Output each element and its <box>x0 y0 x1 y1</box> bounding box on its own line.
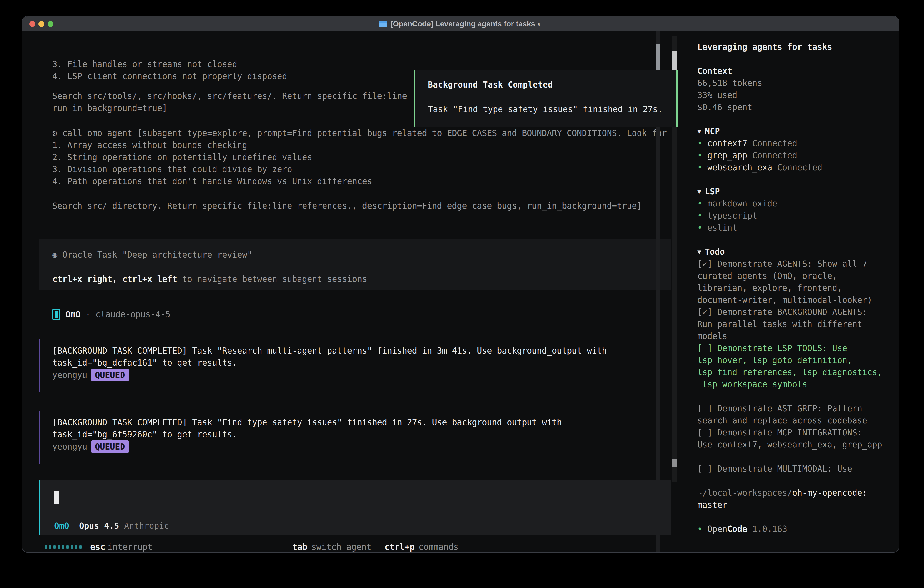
lsp-server-row: • typescript <box>697 210 894 222</box>
todo-section-heading[interactable]: ▼Todo <box>697 246 894 258</box>
gap <box>375 541 380 553</box>
input-meta-row: OmO Opus 4.5 Anthropic <box>54 520 169 532</box>
text-line: [ ] Demonstrate AST-GREP: Pattern <box>697 403 894 415</box>
app-name-code: Code <box>727 524 747 534</box>
session-sidebar: Leveraging agents for tasks Context 66,5… <box>697 31 894 553</box>
close-button[interactable] <box>29 21 35 27</box>
text-line: 4. LSP client connections not properly d… <box>52 70 287 82</box>
lsp-section: ▼LSP • markdown-oxide • typescript • esl… <box>697 185 894 234</box>
text-line: 3. File handles or streams not closed <box>52 58 287 70</box>
context-tokens: 66,518 tokens <box>697 77 894 89</box>
window-title-group: [OpenCode] Leveraging agents for tasks ◐ <box>379 20 541 28</box>
text-line: 2. String operations on potentially unde… <box>52 151 673 163</box>
minimize-button[interactable] <box>38 21 45 27</box>
session-title: Leveraging agents for tasks <box>697 41 894 53</box>
mcp-section-heading[interactable]: ▼MCP <box>697 125 894 137</box>
task-message-line1: [BACKGROUND TASK COMPLETED] Task "Find t… <box>52 416 671 428</box>
mcp-server-name: context7 <box>707 139 747 148</box>
tab-key-hint: tab <box>292 541 307 553</box>
task-message-line2: task_id="bg_dcfac161" to get results. <box>52 357 671 369</box>
background-task-message: [BACKGROUND TASK COMPLETED] Task "Resear… <box>39 339 671 392</box>
workspace-repo: oh-my-opencode: <box>792 488 867 498</box>
green-dot-icon: • <box>697 524 707 534</box>
mcp-server-status: Connected <box>747 139 797 148</box>
tab-key-label: switch agent <box>312 541 371 553</box>
todo-section: ▼Todo [✓] Demonstrate AGENTS: Show all 7… <box>697 246 894 475</box>
green-dot-icon: • <box>697 211 707 221</box>
lsp-server-name: eslint <box>707 223 738 233</box>
gear-icon: ⚙ <box>52 128 57 138</box>
lsp-server-name: markdown-oxide <box>707 199 777 208</box>
background-task-message: [BACKGROUND TASK COMPLETED] Task "Find t… <box>39 411 671 464</box>
text-line: [ ] Demonstrate LSP TOOLS: Use <box>697 342 894 354</box>
status-badge: QUEUED <box>91 369 129 381</box>
mcp-server-name: grep_app <box>707 150 747 160</box>
text-line: Search src/tools/, src/hooks/, src/featu… <box>52 90 407 102</box>
oracle-task-title: ◉ Oracle Task "Deep architecture review" <box>52 249 671 261</box>
traffic-lights <box>29 17 53 31</box>
toast-notification: Background Task Completed Task "Find typ… <box>414 69 678 127</box>
tool-call-header: ⚙ call_omo_agent [subagent_type=explore,… <box>52 127 673 139</box>
oracle-task-title-text: Oracle Task "Deep architecture review" <box>62 250 252 260</box>
text-line: lsp_workspace_symbols <box>697 378 894 390</box>
mcp-server-name: websearch_exa <box>707 163 772 172</box>
status-right-group: tabswitch agent ctrl+pcommands <box>292 541 459 553</box>
context-used: 33% used <box>697 89 894 101</box>
chevron-down-icon: ▼ <box>697 127 701 135</box>
text-line: Use context7, websearch_exa, grep_app <box>697 439 894 451</box>
text-line: 1. Array access without bounds checking <box>52 139 673 151</box>
todo-heading-label: Todo <box>705 247 725 257</box>
oracle-task-hint: ctrl+x right, ctrl+x left to navigate be… <box>52 273 671 285</box>
workspace-branch: master <box>697 499 894 511</box>
lsp-server-row: • markdown-oxide <box>697 198 894 210</box>
lsp-server-row: • eslint <box>697 222 894 234</box>
chat-scrollbar-thumb-secondary[interactable] <box>672 459 677 467</box>
workspace-path: ~/local-workspaces/oh-my-opencode: maste… <box>697 487 894 511</box>
ctrlp-key-label: commands <box>419 541 459 553</box>
screen: [OpenCode] Leveraging agents for tasks ◐… <box>0 0 924 588</box>
text-line: lsp_find_references, lsp_diagnostics, <box>697 366 894 378</box>
green-dot-icon: • <box>697 199 707 208</box>
mcp-heading-label: MCP <box>705 126 720 136</box>
text-line: [✓] Demonstrate BACKGROUND AGENTS: <box>697 306 894 318</box>
hint-description: to navigate between subagent sessions <box>177 274 367 284</box>
tool-call-text <box>57 128 62 138</box>
agent-session-row[interactable]: OmO · claude-opus-4-5 <box>52 308 170 320</box>
app-version-row: • OpenCode 1.0.163 <box>697 523 894 535</box>
separator-dot: · <box>86 308 91 320</box>
text-line: search and replace across codebase <box>697 415 894 426</box>
prompt-input[interactable]: OmO Opus 4.5 Anthropic <box>39 480 671 535</box>
todo-item-done: [✓] Demonstrate AGENTS: Show all 7curate… <box>697 258 894 306</box>
text-line: Run parallel tasks with different <box>697 318 894 330</box>
mcp-server-status: Connected <box>747 150 797 160</box>
terminal-main: 3. File handles or streams not closed4. … <box>22 31 679 553</box>
tool-call-footer: Search src/ directory. Return specific f… <box>52 200 642 212</box>
text-line: 3. Division operations that could divide… <box>52 163 673 175</box>
esc-key-hint: esc <box>90 541 105 553</box>
text-cursor <box>54 491 59 504</box>
folder-icon <box>379 21 387 27</box>
oracle-task-panel: ◉ Oracle Task "Deep architecture review"… <box>39 239 671 290</box>
zoom-button[interactable] <box>48 21 53 27</box>
tool-call-items: 1. Array access without bounds checking2… <box>52 139 673 187</box>
tool-call-line1: call_omo_agent [subagent_type=explore, p… <box>62 128 667 138</box>
workspace-dir: ~/local-workspaces/ <box>697 488 792 498</box>
chat-scrollbar-thumb[interactable] <box>672 51 677 72</box>
todo-item-pending: [ ] Demonstrate AST-GREP: Patternsearch … <box>697 403 894 426</box>
esc-key-label: interrupt <box>107 541 153 553</box>
input-agent-name: OmO <box>54 521 69 531</box>
text-line: lsp_hover, lsp_goto_definition, <box>697 354 894 366</box>
text-line: librarian, explore, frontend, <box>697 282 894 294</box>
green-dot-icon: • <box>697 163 707 172</box>
task-message-line2: task_id="bg_6f59260c" to get results. <box>52 428 671 441</box>
text-line: run_in_background=true] <box>52 102 407 114</box>
agent-model: claude-opus-4-5 <box>96 308 170 320</box>
app-version-number: 1.0.163 <box>747 524 787 534</box>
lsp-section-heading[interactable]: ▼LSP <box>697 185 894 198</box>
lsp-heading-label: LSP <box>705 187 720 197</box>
agent-avatar-icon <box>52 309 61 320</box>
mcp-server-row: • websearch_exa Connected <box>697 162 894 173</box>
text-line: curated agents (OmO, oracle, <box>697 270 894 282</box>
todo-item-done: [✓] Demonstrate BACKGROUND AGENTS:Run pa… <box>697 306 894 342</box>
todo-item-pending: [ ] Demonstrate MCP INTEGRATIONS:Use con… <box>697 426 894 451</box>
